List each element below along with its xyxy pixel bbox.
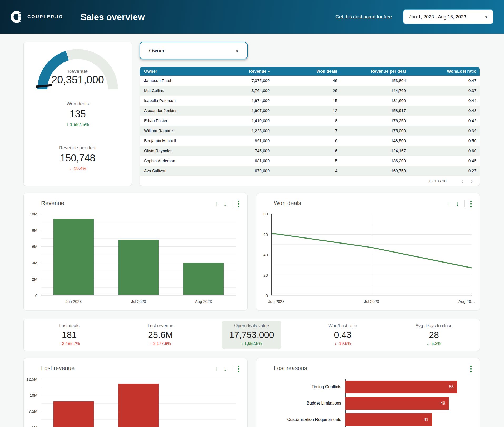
column-header-won-deals[interactable]: Won deals xyxy=(273,67,341,76)
column-header-owner[interactable]: Owner xyxy=(140,67,224,76)
y-axis-tick-label: 6M xyxy=(32,244,37,249)
arrow-up-icon[interactable]: ↑ xyxy=(215,201,218,207)
arrow-down-icon[interactable]: ↓ xyxy=(224,366,227,372)
get-dashboard-link[interactable]: Get this dashboard for free xyxy=(335,14,392,20)
bar-jul-2023 xyxy=(118,240,159,295)
bar-track: 41 xyxy=(345,413,472,426)
table-cell: 0.43 xyxy=(409,106,480,116)
pagination-range: 1 - 10 / 10 xyxy=(429,179,447,183)
table-cell: 1,907,000 xyxy=(224,106,273,116)
kpi-delta: 3,177.9% xyxy=(147,341,173,346)
gridline xyxy=(41,379,236,379)
table-cell: Olivia Reynolds xyxy=(140,146,224,156)
table-cell: 0.47 xyxy=(409,76,480,86)
kpi-label: Open deals value xyxy=(229,323,274,328)
gauge-label: Revenue xyxy=(37,69,118,74)
y-axis-tick-label: 20 xyxy=(263,273,268,277)
kpi-avg-days-to-close: Avg. Days to close28-5.2% xyxy=(388,321,480,349)
table-cell: William Ramirez xyxy=(140,126,224,136)
table-cell: 0.60 xyxy=(409,146,480,156)
kpi-value: 28 xyxy=(416,330,452,340)
y-axis-tick-label: 5M xyxy=(32,425,37,427)
x-axis-label: Jun 2023 xyxy=(268,299,285,304)
table-cell: 15 xyxy=(273,96,341,106)
chart-actions: ↑ ↓ xyxy=(215,364,240,373)
date-range-picker[interactable]: Jun 1, 2023 - Aug 16, 2023 xyxy=(403,9,493,24)
kpi-won-lost-ratio: Won/Lost ratio0.43-19.9% xyxy=(297,321,388,349)
category-label: Budget Limitations xyxy=(263,401,345,406)
arrow-up-icon[interactable]: ↑ xyxy=(447,201,451,207)
page-title: Sales overview xyxy=(81,12,145,22)
y-axis-tick-label: 10M xyxy=(30,212,37,216)
stat-value: 135 xyxy=(24,109,132,120)
arrow-down-icon[interactable]: ↓ xyxy=(456,201,459,207)
kpi-value: 25.6M xyxy=(147,330,173,340)
bar-aug-2023 xyxy=(183,263,224,295)
table-row: Alexander Jenkins1,907,00012158,9170.43 xyxy=(140,106,480,116)
table-cell: 169,750 xyxy=(341,166,409,176)
table-cell: 0.27 xyxy=(409,166,480,176)
table-cell: 1,974,000 xyxy=(224,96,273,106)
sort-descending-icon: ▾ xyxy=(268,70,270,74)
y-axis-line xyxy=(271,214,272,295)
brand: COUPLER.IO xyxy=(11,11,63,23)
divider xyxy=(232,365,232,372)
kpi-delta: 1,652.5% xyxy=(229,341,274,346)
y-axis-tick-label: 2M xyxy=(32,277,37,282)
y-axis-tick-label: 8M xyxy=(32,228,37,232)
more-options-icon[interactable] xyxy=(470,199,472,208)
column-header-revenue-per-deal[interactable]: Revenue per deal xyxy=(341,67,409,76)
table-cell: 12 xyxy=(273,106,341,116)
table-cell: 0.45 xyxy=(409,156,480,166)
chevron-down-icon xyxy=(485,14,487,20)
kpi-box: Lost revenue25.6M3,177.9% xyxy=(140,321,181,349)
revenue-per-deal-stat: Revenue per deal 150,748 -19.4% xyxy=(24,145,132,171)
column-header-revenue[interactable]: Revenue▾ xyxy=(224,67,273,76)
y-axis-tick-label: 7.5M xyxy=(29,409,37,414)
gridline xyxy=(41,295,236,296)
column-header-won-lost-ratio[interactable]: Won/Lost ratio xyxy=(409,67,480,76)
table-cell: Alexander Jenkins xyxy=(140,106,224,116)
chart-title: Lost reasons xyxy=(274,365,307,372)
more-options-icon[interactable] xyxy=(238,199,240,208)
kpi-value: 0.43 xyxy=(328,330,357,340)
table-cell: 0.44 xyxy=(409,96,480,106)
table-cell: 0.39 xyxy=(409,126,480,136)
bar-jul-2023 xyxy=(118,384,159,427)
coupler-logo-icon xyxy=(11,11,23,23)
y-axis-tick-label: 10M xyxy=(30,393,37,397)
owners-table-head: OwnerRevenue▾Won dealsRevenue per dealWo… xyxy=(140,67,480,76)
arrow-down-icon[interactable]: ↓ xyxy=(224,201,227,207)
kpi-label: Avg. Days to close xyxy=(416,323,452,328)
table-cell: 8 xyxy=(273,116,341,126)
more-options-icon[interactable] xyxy=(238,364,240,373)
owner-filter-dropdown[interactable]: Owner xyxy=(140,42,248,59)
kpi-box: Won/Lost ratio0.43-19.9% xyxy=(321,321,364,349)
y-axis-tick-label: 60 xyxy=(263,232,268,236)
arrow-up-icon[interactable]: ↑ xyxy=(215,366,218,372)
lost-reason-row: Customization Requirements41 xyxy=(263,413,472,426)
more-options-icon[interactable] xyxy=(470,364,472,373)
table-cell: 4 xyxy=(273,166,341,176)
chevron-down-icon xyxy=(236,48,238,54)
table-cell: 1,225,000 xyxy=(224,126,273,136)
chevron-right-icon[interactable]: › xyxy=(470,178,473,185)
chart-title: Lost revenue xyxy=(41,365,75,372)
y-axis-tick-label: 40 xyxy=(263,253,268,257)
kpi-label: Lost revenue xyxy=(147,323,173,328)
y-axis-tick-label: 80 xyxy=(263,212,268,216)
y-axis-tick-label: 4M xyxy=(32,261,37,265)
kpi-highlight-box: Open deals value17,753,0001,652.5% xyxy=(222,321,281,349)
y-axis-tick-label: 12.5M xyxy=(26,377,37,381)
stat-delta: -19.4% xyxy=(24,166,132,171)
kpi-lost-revenue: Lost revenue25.6M3,177.9% xyxy=(115,321,206,349)
table-cell: 5 xyxy=(273,156,341,166)
lost-reason-row: Timing Conflicts53 xyxy=(263,381,472,393)
stat-delta: 1,587.5% xyxy=(24,122,132,127)
bar-customization-requirements: 41 xyxy=(345,413,432,426)
chart-actions: ↑ ↓ xyxy=(447,199,472,208)
x-axis-label: Jun 2023 xyxy=(65,299,82,304)
kpi-delta: -5.2% xyxy=(416,341,452,346)
chevron-left-icon[interactable]: ‹ xyxy=(461,178,464,185)
app-header: COUPLER.IO Sales overview Get this dashb… xyxy=(0,0,504,34)
